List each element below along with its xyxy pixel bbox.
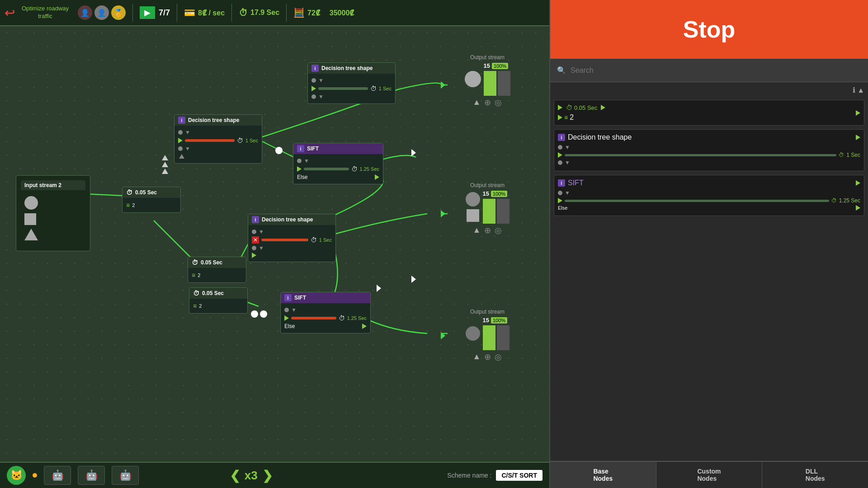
p2-timer: 1 Sec xyxy=(846,152,860,158)
decision1-timer: 1 Sec xyxy=(245,138,258,143)
proc2-header: ⏱ 0.05 Sec xyxy=(188,257,246,268)
decision3-body: ▼ ✕ ⏱ 1 Sec ▼ xyxy=(248,225,335,262)
tab-dll-nodes[interactable]: DLLNodes xyxy=(762,462,868,488)
decision-node-top[interactable]: i Decision tree shape ▼ ⏱ 1 Sec ▼ xyxy=(307,62,396,104)
cat-icon: 🐱 xyxy=(7,466,26,485)
processor-node-1: ⏱ 0.05 Sec ≡ 2 xyxy=(122,187,181,213)
stat-time: ⏱ 17.9 Sec xyxy=(239,8,279,18)
decision1-title: Decision tree shape xyxy=(188,117,239,123)
proc2-body: ≡ 2 xyxy=(188,268,246,282)
p3-title: SIFT xyxy=(568,179,584,187)
speed-control: ❮ x3 ❯ xyxy=(230,468,273,483)
proc1-timer: 0.05 Sec xyxy=(135,189,157,196)
page-title: Optimize roadway traffic xyxy=(22,5,69,20)
svg-point-11 xyxy=(260,310,267,318)
panel-info-icon[interactable]: ℹ ▲ xyxy=(853,86,864,94)
bot-avatar-2[interactable]: 🤖 xyxy=(78,466,105,485)
speed-value: x3 xyxy=(245,469,258,483)
divider3 xyxy=(231,4,232,22)
avatar-1: 👤 xyxy=(78,5,92,20)
input-stream-title: Input stream 2 xyxy=(24,182,61,188)
shape-circle xyxy=(24,196,38,210)
info-icon-top: i xyxy=(311,65,319,72)
output-stream-1: Output stream 15 100% ▲ ⊕ ◎ xyxy=(438,54,537,108)
decision3-title: Decision tree shape xyxy=(262,216,313,223)
avatar-3: 🏅 xyxy=(111,5,126,20)
bot-avatar-1[interactable]: 🤖 xyxy=(44,466,71,485)
decision-node-1[interactable]: i Decision tree shape ▼ ⏱ 1 Sec ▼ xyxy=(174,114,262,164)
panel-footer: BaseNodes CustomNodes DLLNodes xyxy=(550,461,868,488)
decision-top-title: Decision tree shape xyxy=(321,65,373,71)
p2-dot2 xyxy=(558,160,562,165)
shape-triangle xyxy=(24,229,38,240)
p1-arrow xyxy=(856,110,860,116)
p1-list: 2 xyxy=(570,113,574,122)
sift-node-1[interactable]: i SIFT ▼ ⏱ 1.25 Sec Else xyxy=(293,143,383,184)
sift-node-2[interactable]: i SIFT ▼ ⏱ 1.25 Sec Else xyxy=(280,292,371,333)
stat-points: 🧮 72₡ 35000₡ xyxy=(293,7,354,18)
sift2-else xyxy=(362,324,367,329)
tab-base-nodes[interactable]: BaseNodes xyxy=(550,462,656,488)
tab-custom-nodes[interactable]: CustomNodes xyxy=(656,462,763,488)
info-icon-sift2: i xyxy=(284,294,292,301)
dot-top-1 xyxy=(311,78,316,83)
output-stream-3: Output stream 15 100% ▲ ⊕ ◎ xyxy=(438,309,537,362)
sift2-title: SIFT xyxy=(294,295,306,301)
svg-marker-14 xyxy=(377,285,381,292)
p3-info: i xyxy=(558,179,565,187)
proc1-body: ≡ 2 xyxy=(123,198,180,212)
stop-button[interactable]: Stop xyxy=(550,0,868,59)
decision-top-body: ▼ ⏱ 1 Sec ▼ xyxy=(308,74,395,103)
stat-rate: 💳 8₡ / sec xyxy=(184,7,225,18)
info-icon-1: i xyxy=(178,117,185,124)
svg-point-10 xyxy=(251,310,258,318)
sift1-body: ▼ ⏱ 1.25 Sec Else xyxy=(293,154,383,184)
dot-1 xyxy=(178,130,183,135)
proc3-timer: 0.05 Sec xyxy=(202,290,224,296)
status-dot xyxy=(33,473,37,478)
p2-title: Decision tree shape xyxy=(568,133,632,141)
canvas-area: Input stream 2 ⏱ 0.05 Sec ≡ 2 i Decision… xyxy=(0,26,549,488)
sift1-dot xyxy=(297,159,302,163)
p1-timer: 0.05 Sec xyxy=(574,104,597,111)
proc1-header: ⏱ 0.05 Sec xyxy=(123,187,180,198)
processor-node-3: ⏱ 0.05 Sec ≡ 2 xyxy=(189,287,248,314)
d3-dot-2 xyxy=(252,246,256,250)
p3-arrow xyxy=(856,180,860,186)
shape-square xyxy=(24,213,36,225)
output-stream-2: Output stream 15 100% ▲ xyxy=(438,182,537,235)
search-bar: 🔍 xyxy=(550,59,868,82)
d3-dot-1 xyxy=(252,230,256,234)
decision1-header: i Decision tree shape xyxy=(175,115,262,126)
svg-marker-13 xyxy=(411,276,416,283)
p1-play2 xyxy=(601,105,605,110)
speed-increase[interactable]: ❯ xyxy=(262,468,273,483)
input-stream-header: Input stream 2 xyxy=(21,180,85,190)
decision1-body: ▼ ⏱ 1 Sec ▼ xyxy=(175,126,262,163)
scheme-name-area: Scheme name : C/S/T SORT xyxy=(447,470,542,481)
avatar-2: 👤 xyxy=(94,5,109,20)
svg-point-9 xyxy=(275,147,283,154)
p2-play xyxy=(558,152,562,158)
avatars: 👤 👤 🏅 xyxy=(78,5,126,20)
bot-avatar-3[interactable]: 🤖 xyxy=(112,466,139,485)
scheme-label: Scheme name : xyxy=(447,472,491,479)
proc3-header: ⏱ 0.05 Sec xyxy=(189,288,247,299)
play-icon xyxy=(178,138,183,143)
search-input[interactable] xyxy=(571,66,861,75)
svg-line-2 xyxy=(154,221,194,261)
dot-top-2 xyxy=(311,94,316,99)
speed-decrease[interactable]: ❮ xyxy=(230,468,240,483)
p3-dot xyxy=(558,191,562,195)
decision-node-3[interactable]: i Decision tree shape ▼ ✕ ⏱ 1 Sec ▼ xyxy=(248,214,336,262)
top-play xyxy=(311,86,316,91)
p2-dot1 xyxy=(558,145,562,150)
divider4 xyxy=(286,4,287,22)
rate-icon: 💳 xyxy=(184,7,195,18)
info-icon-3: i xyxy=(252,216,259,223)
divider xyxy=(132,4,133,22)
p3-play xyxy=(558,198,562,203)
panel-content: ℹ ▲ ⏱ 0.05 Sec ≡ 2 i Decision xyxy=(550,82,868,461)
step-count: 7/7 xyxy=(159,8,170,18)
back-button[interactable]: ↩ xyxy=(5,5,15,20)
